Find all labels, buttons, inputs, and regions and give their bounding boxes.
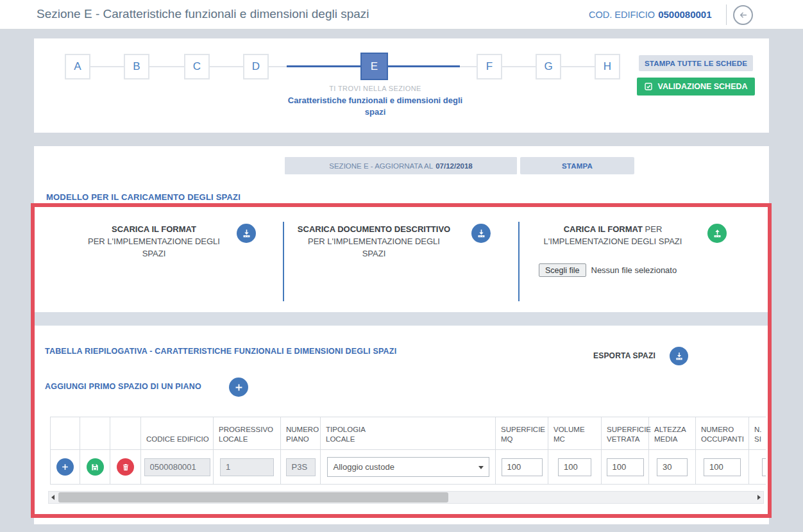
step-b[interactable]: B [124, 54, 149, 79]
page-title: Sezione E - Caratteristiche funzionali e… [37, 7, 369, 21]
plus-icon [233, 382, 244, 393]
section-updated-label: SEZIONE E - AGGIORNATA AL [329, 162, 433, 170]
trash-icon [121, 463, 130, 472]
row-cell-delete [110, 450, 141, 485]
download-icon [674, 351, 684, 362]
header-cell: NUMERO OCCUPANTI [696, 417, 749, 450]
upload-format-button[interactable] [707, 224, 727, 243]
volume-mc-input[interactable] [558, 458, 591, 476]
stepper-connector [502, 66, 536, 67]
header-cell: SUPERFICIE MQ [496, 417, 548, 450]
row-delete-button[interactable] [117, 458, 134, 476]
stepper-connector [90, 66, 124, 67]
add-first-space-button[interactable] [229, 378, 248, 397]
header-divider [726, 4, 727, 25]
scroll-left-arrow-icon[interactable] [51, 495, 55, 500]
building-code-value: 0500080001 [658, 9, 711, 20]
header-cell: PROGRESSIVO LOCALE [214, 417, 281, 450]
header-cell: CODICE EDIFICIO [141, 417, 214, 450]
upload-icon [712, 228, 723, 239]
step-h[interactable]: H [595, 54, 620, 79]
print-all-sheets-button[interactable]: STAMPA TUTTE LE SCHEDE [639, 55, 753, 71]
export-spaces-label: ESPORTA SPAZI [593, 351, 655, 360]
row-cell-numero-occupanti [696, 450, 749, 485]
step-g[interactable]: G [536, 54, 561, 79]
download-icon [476, 228, 487, 239]
back-button[interactable] [733, 5, 753, 25]
stepper-connector [561, 66, 595, 67]
stepper-connector [210, 66, 243, 67]
upload-format-label: CARICA IL FORMAT PER L'IMPLEMENTAZIONE D… [537, 223, 688, 247]
validate-sheet-label: VALIDAZIONE SCHEDA [657, 82, 747, 91]
current-section-name: Caratteristiche funzionali e dimensioni … [285, 95, 466, 118]
scroll-right-arrow-icon[interactable] [757, 495, 761, 500]
header-cell-empty [110, 417, 141, 450]
choose-file-button[interactable]: Scegli file [539, 263, 586, 277]
download-document-button[interactable] [471, 224, 491, 243]
building-code: COD. EDIFICIO0500080001 [589, 9, 712, 20]
file-status-text: Nessun file selezionato [591, 265, 677, 275]
altezza-media-input[interactable] [657, 458, 688, 476]
scrollbar-thumb[interactable] [58, 492, 448, 503]
row-cell-altezza-media [649, 450, 696, 485]
clipped-input[interactable] [762, 458, 766, 476]
row-add-button[interactable] [56, 458, 74, 476]
header-cell: NUMERO PIANO [281, 417, 321, 450]
section-updated-date: 07/12/2018 [435, 162, 473, 170]
spaces-table: CODICE EDIFICIO PROGRESSIVO LOCALE NUMER… [50, 417, 766, 485]
stepper-connector [149, 66, 184, 67]
row-cell-save [80, 450, 110, 485]
export-spaces-button[interactable] [670, 347, 688, 365]
summary-table-heading: TABELLA RIEPILOGATIVA - CARATTERISTICHE … [45, 347, 396, 356]
row-cell-progressivo [214, 450, 281, 485]
table-data-row: Alloggio custode [50, 450, 766, 485]
row-save-button[interactable] [87, 458, 104, 476]
tipologia-locale-value: Alloggio custode [334, 462, 394, 472]
step-a[interactable]: A [65, 54, 90, 79]
file-input: Scegli file Nessun file selezionato [539, 263, 677, 277]
download-format-button[interactable] [237, 224, 256, 243]
header-cell: N. SI [749, 417, 766, 450]
numero-piano-input [286, 458, 316, 476]
header-cell: VOLUME MC [548, 417, 602, 450]
model-section-heading: MODELLO PER IL CARICAMENTO DEGLI SPAZI [46, 192, 241, 202]
print-button[interactable]: STAMPA [520, 157, 634, 174]
step-d[interactable]: D [243, 54, 269, 79]
add-first-space-label: AGGIUNGI PRIMO SPAZIO DI UN PIANO [45, 382, 201, 391]
progressivo-locale-input [220, 458, 274, 476]
step-c[interactable]: C [184, 54, 210, 79]
validate-sheet-button[interactable]: VALIDAZIONE SCHEDA [637, 78, 755, 96]
stepper-connector [269, 66, 287, 67]
header-cell-empty [80, 417, 110, 450]
arrow-left-icon [738, 10, 748, 21]
page: Sezione E - Caratteristiche funzionali e… [0, 0, 803, 532]
row-cell-clipped [749, 450, 766, 485]
download-format-label: SCARICA IL FORMATPER L'IMPLEMENTAZIONE D… [77, 223, 231, 260]
step-f[interactable]: F [477, 54, 502, 79]
tipologia-locale-select[interactable]: Alloggio custode [327, 457, 489, 477]
save-floppy-icon [90, 463, 99, 472]
current-section-label: TI TROVI NELLA SEZIONE [285, 85, 465, 92]
row-cell-superficie-vetrata [602, 450, 649, 485]
top-header: Sezione E - Caratteristiche funzionali e… [0, 0, 803, 29]
section-updated-bar: SEZIONE E - AGGIORNATA AL 07/12/2018 [285, 157, 517, 174]
row-cell-volume-mc [548, 450, 602, 485]
header-cell: ALTEZZA MEDIA [649, 417, 696, 450]
row-cell-add [50, 450, 80, 485]
table-horizontal-scrollbar[interactable] [48, 491, 764, 504]
codice-edificio-input [144, 458, 210, 476]
download-icon [241, 228, 252, 239]
column-divider [518, 222, 520, 301]
download-document-label: SCARICA DOCUMENTO DESCRITTIVOPER L'IMPLE… [297, 223, 451, 260]
header-cell-empty [50, 417, 80, 450]
superficie-vetrata-input[interactable] [607, 458, 644, 476]
header-cell: SUPERFICIE VETRATA [602, 417, 649, 450]
column-divider [283, 222, 284, 301]
numero-occupanti-input[interactable] [704, 458, 741, 476]
checkbox-check-icon [644, 82, 653, 91]
plus-icon [60, 462, 70, 472]
step-e-active[interactable]: E [360, 53, 388, 80]
table-header-row: CODICE EDIFICIO PROGRESSIVO LOCALE NUMER… [50, 417, 766, 450]
superficie-mq-input[interactable] [502, 458, 543, 476]
row-cell-piano [281, 450, 321, 485]
